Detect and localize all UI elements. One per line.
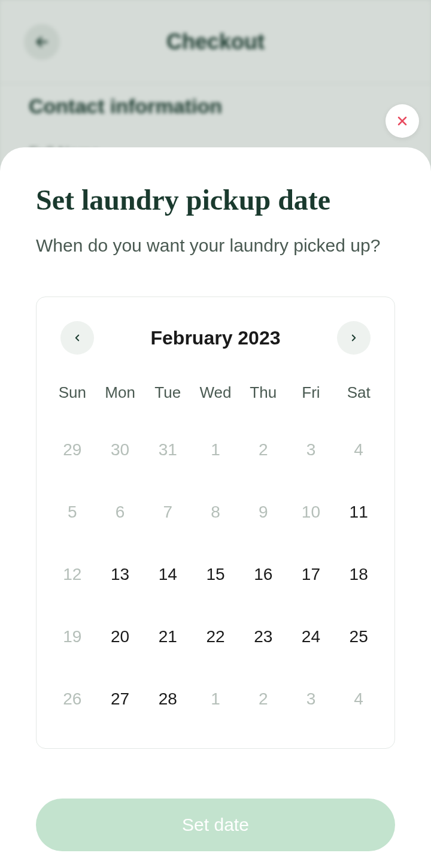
calendar-dow: Mon xyxy=(96,383,144,419)
calendar-day[interactable]: 20 xyxy=(96,606,144,668)
calendar-month-label: February 2023 xyxy=(150,327,280,349)
set-date-label: Set date xyxy=(182,815,249,835)
calendar-day: 3 xyxy=(287,419,335,481)
calendar-day[interactable]: 28 xyxy=(144,668,192,730)
calendar-day: 10 xyxy=(287,481,335,543)
calendar-day[interactable]: 18 xyxy=(335,543,383,606)
calendar-day: 31 xyxy=(144,419,192,481)
chevron-right-icon xyxy=(348,332,359,343)
calendar-day: 29 xyxy=(48,419,96,481)
calendar-day: 19 xyxy=(48,606,96,668)
calendar-grid: SunMonTueWedThuFriSat2930311234567891011… xyxy=(48,383,383,730)
calendar-day: 2 xyxy=(239,419,287,481)
calendar-day[interactable]: 17 xyxy=(287,543,335,606)
close-icon xyxy=(395,114,409,128)
calendar-day[interactable]: 14 xyxy=(144,543,192,606)
page-title: Checkout xyxy=(24,29,407,55)
calendar-day[interactable]: 11 xyxy=(335,481,383,543)
calendar-day: 8 xyxy=(192,481,239,543)
background-header: Checkout xyxy=(0,0,431,84)
calendar-day[interactable]: 21 xyxy=(144,606,192,668)
calendar-day: 3 xyxy=(287,668,335,730)
calendar-dow: Tue xyxy=(144,383,192,419)
calendar-day[interactable]: 27 xyxy=(96,668,144,730)
calendar-day[interactable]: 25 xyxy=(335,606,383,668)
calendar-header: February 2023 xyxy=(48,321,383,355)
calendar-day: 5 xyxy=(48,481,96,543)
calendar-dow: Thu xyxy=(239,383,287,419)
set-date-button[interactable]: Set date xyxy=(36,799,395,851)
sheet-title: Set laundry pickup date xyxy=(36,183,395,216)
calendar-day[interactable]: 16 xyxy=(239,543,287,606)
calendar-day: 1 xyxy=(192,668,239,730)
next-month-button[interactable] xyxy=(337,321,371,355)
background-page: Checkout Contact information Full Name xyxy=(0,0,431,156)
calendar-day: 26 xyxy=(48,668,96,730)
calendar-dow: Wed xyxy=(192,383,239,419)
prev-month-button[interactable] xyxy=(60,321,94,355)
calendar-day[interactable]: 13 xyxy=(96,543,144,606)
calendar-day: 30 xyxy=(96,419,144,481)
calendar-dow: Sat xyxy=(335,383,383,419)
calendar-day: 1 xyxy=(192,419,239,481)
calendar-day: 12 xyxy=(48,543,96,606)
date-picker-sheet: Set laundry pickup date When do you want… xyxy=(0,147,431,868)
calendar-day: 2 xyxy=(239,668,287,730)
close-button[interactable] xyxy=(386,104,419,138)
calendar: February 2023 SunMonTueWedThuFriSat29303… xyxy=(36,297,395,749)
calendar-dow: Sun xyxy=(48,383,96,419)
calendar-day: 6 xyxy=(96,481,144,543)
calendar-day: 4 xyxy=(335,419,383,481)
section-heading: Contact information xyxy=(29,95,402,118)
calendar-day[interactable]: 15 xyxy=(192,543,239,606)
calendar-day: 9 xyxy=(239,481,287,543)
calendar-day[interactable]: 24 xyxy=(287,606,335,668)
calendar-day[interactable]: 23 xyxy=(239,606,287,668)
calendar-dow: Fri xyxy=(287,383,335,419)
calendar-day: 4 xyxy=(335,668,383,730)
calendar-day[interactable]: 22 xyxy=(192,606,239,668)
chevron-left-icon xyxy=(72,332,83,343)
sheet-subtitle: When do you want your laundry picked up? xyxy=(36,233,395,258)
calendar-day: 7 xyxy=(144,481,192,543)
